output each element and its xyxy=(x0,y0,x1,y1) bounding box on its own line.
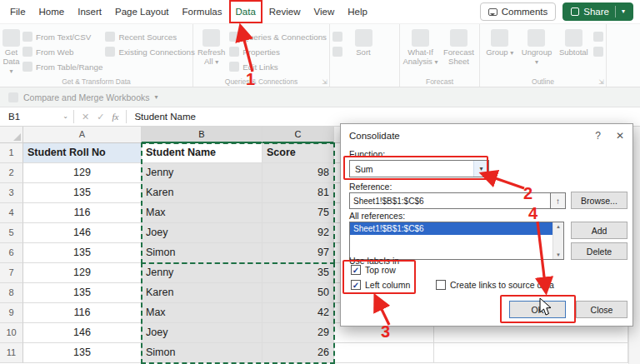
row-header-4[interactable]: 4 xyxy=(0,203,23,223)
dialog-launcher-icon[interactable]: ⇲ xyxy=(322,78,328,86)
grid-cell-B2[interactable]: Jenny xyxy=(142,163,262,183)
grid-cell-D11[interactable] xyxy=(334,343,434,363)
grid-cell-C11[interactable]: 26 xyxy=(262,343,334,363)
row-header-8[interactable]: 8 xyxy=(0,283,23,303)
row-header-6[interactable]: 6 xyxy=(0,243,23,263)
forecast-sheet-button[interactable]: Forecast Sheet xyxy=(441,27,477,76)
properties-button[interactable]: Properties xyxy=(229,47,327,57)
grid-cell-C10[interactable]: 29 xyxy=(262,323,334,343)
from-text-csv-button[interactable]: From Text/CSV xyxy=(22,32,102,42)
scroll-down-icon[interactable]: ▼ xyxy=(556,252,561,257)
function-dropdown[interactable]: Sum ▾ xyxy=(349,160,489,177)
grid-cell-C5[interactable]: 92 xyxy=(262,223,334,243)
recent-sources-button[interactable]: Recent Sources xyxy=(105,32,195,42)
edit-links-button[interactable]: Edit Links xyxy=(229,62,327,72)
tab-help[interactable]: Help xyxy=(341,0,374,23)
grid-cell-A10[interactable]: 146 xyxy=(23,323,142,343)
top-row-checkbox[interactable]: ✓ xyxy=(351,265,361,275)
dropdown-caret-icon[interactable]: ▾ xyxy=(473,161,488,177)
browse-button[interactable]: Browse... xyxy=(571,192,628,209)
left-column-checkbox[interactable]: ✓ xyxy=(351,280,361,290)
grid-cell-A6[interactable]: 135 xyxy=(23,243,142,263)
grid-cell-B5[interactable]: Joey xyxy=(142,223,262,243)
queries-connections-button[interactable]: Queries & Connections xyxy=(229,32,327,42)
grid-cell-B3[interactable]: Karen xyxy=(142,183,262,203)
grid-cell-A5[interactable]: 146 xyxy=(23,223,142,243)
formula-input[interactable]: Student Name xyxy=(127,112,196,122)
grid-cell-C7[interactable]: 35 xyxy=(262,263,334,283)
grid-cell-C3[interactable]: 81 xyxy=(262,183,334,203)
row-header-1[interactable]: 1 xyxy=(0,143,23,163)
from-table-range-button[interactable]: From Table/Range xyxy=(22,62,102,72)
tab-formulas[interactable]: Formulas xyxy=(176,0,229,23)
column-header-B[interactable]: B xyxy=(142,127,262,143)
grid-cell-A8[interactable]: 135 xyxy=(23,283,142,303)
ok-button[interactable]: OK xyxy=(509,301,566,318)
grid-cell-A11[interactable]: 135 xyxy=(23,343,142,363)
grid-cell-B11[interactable]: Simon xyxy=(142,343,262,363)
create-links-checkbox[interactable] xyxy=(436,280,446,290)
grid-cell-A3[interactable]: 135 xyxy=(23,183,142,203)
tab-file[interactable]: File xyxy=(3,0,32,23)
tab-review[interactable]: Review xyxy=(262,0,308,23)
hide-detail-icon[interactable] xyxy=(593,47,603,57)
grid-cell-C2[interactable]: 98 xyxy=(262,163,334,183)
grid-cell-A2[interactable]: 129 xyxy=(23,163,142,183)
row-header-11[interactable]: 11 xyxy=(0,343,23,363)
grid-cell-C4[interactable]: 75 xyxy=(262,203,334,223)
grid-cell-A1[interactable]: Student Roll No xyxy=(23,143,142,163)
dialog-title-bar[interactable]: Consolidate ? ✕ xyxy=(341,124,632,147)
reference-list-item[interactable]: Sheet1!$B$1:$C$6 xyxy=(350,222,563,235)
sort-az-icon[interactable] xyxy=(332,32,342,42)
column-header-C[interactable]: C xyxy=(262,127,334,143)
row-header-9[interactable]: 9 xyxy=(0,303,23,323)
grid-cell-B7[interactable]: Jenny xyxy=(142,263,262,283)
tab-home[interactable]: Home xyxy=(32,0,72,23)
subtotal-button[interactable]: Subtotal xyxy=(557,27,591,76)
grid-cell-B9[interactable]: Max xyxy=(142,303,262,323)
caret-down-icon[interactable]: ▾ xyxy=(155,94,158,101)
all-references-listbox[interactable]: Sheet1!$B$1:$C$6 ▲ ▼ xyxy=(349,222,564,260)
reference-input[interactable]: Sheet1!$B$1:$C$6 xyxy=(349,192,551,209)
row-header-10[interactable]: 10 xyxy=(0,323,23,343)
existing-connections-button[interactable]: Existing Connections xyxy=(105,47,195,57)
row-header-2[interactable]: 2 xyxy=(0,163,23,183)
select-all-corner[interactable] xyxy=(0,127,23,143)
show-detail-icon[interactable] xyxy=(593,32,603,42)
row-header-3[interactable]: 3 xyxy=(0,183,23,203)
column-header-A[interactable]: A xyxy=(23,127,142,143)
what-if-analysis-button[interactable]: What-If Analysis ▾ xyxy=(402,27,438,76)
grid-cell-C6[interactable]: 97 xyxy=(262,243,334,263)
comments-button[interactable]: Comments xyxy=(480,2,557,21)
add-button[interactable]: Add xyxy=(571,222,628,239)
grid-cell-E11[interactable] xyxy=(434,343,628,363)
sort-button[interactable]: Sort xyxy=(345,27,382,76)
tab-view[interactable]: View xyxy=(308,0,342,23)
grid-cell-B10[interactable]: Joey xyxy=(142,323,262,343)
close-icon[interactable]: ✕ xyxy=(616,130,624,142)
tab-data[interactable]: Data xyxy=(229,0,262,23)
listbox-scrollbar[interactable]: ▲ ▼ xyxy=(552,222,563,259)
get-data-button[interactable]: Get Data ▾ xyxy=(2,27,20,76)
dialog-launcher-icon[interactable]: ⇲ xyxy=(598,78,604,86)
cancel-icon[interactable]: ✕ xyxy=(82,112,89,122)
tab-insert[interactable]: Insert xyxy=(71,0,108,23)
close-button[interactable]: Close xyxy=(576,301,628,318)
grid-cell-C1[interactable]: Score xyxy=(262,143,334,163)
grid-cell-B4[interactable]: Max xyxy=(142,203,262,223)
collapse-range-icon[interactable]: ↑ xyxy=(551,192,566,209)
share-button[interactable]: Share ▾ xyxy=(562,2,633,21)
delete-button[interactable]: Delete xyxy=(571,242,628,260)
enter-check-icon[interactable]: ✓ xyxy=(97,112,104,122)
from-web-button[interactable]: From Web xyxy=(22,47,102,57)
group-button[interactable]: Group ▾ xyxy=(482,27,517,76)
grid-cell-B8[interactable]: Karen xyxy=(142,283,262,303)
grid-cell-B1[interactable]: Student Name xyxy=(142,143,262,163)
sort-za-icon[interactable] xyxy=(332,47,342,57)
ungroup-button[interactable]: Ungroup ▾ xyxy=(519,27,553,76)
grid-cell-A7[interactable]: 129 xyxy=(23,263,142,283)
grid-cell-A4[interactable]: 116 xyxy=(23,203,142,223)
row-header-5[interactable]: 5 xyxy=(0,223,23,243)
scroll-up-icon[interactable]: ▲ xyxy=(556,224,561,229)
compare-merge-workbooks-label[interactable]: Compare and Merge Workbooks xyxy=(23,92,150,102)
